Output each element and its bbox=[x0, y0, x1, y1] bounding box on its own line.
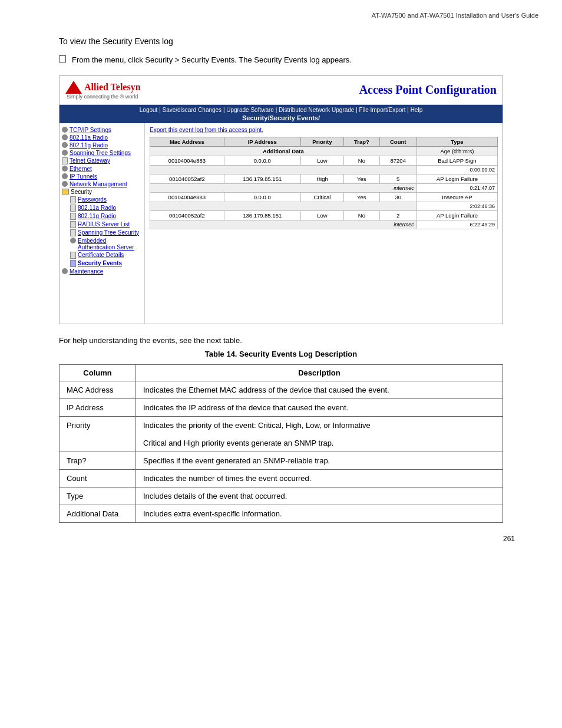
sidebar-link-spanning-tree[interactable]: Spanning Tree Settings bbox=[70, 150, 131, 156]
cell-count: 2 bbox=[379, 210, 416, 220]
cell-type: Insecure AP bbox=[416, 192, 497, 202]
at-logo: Allied Telesyn Simply connecting the ® w… bbox=[65, 81, 141, 100]
cell-age: 0:21:47:07 bbox=[416, 183, 497, 192]
page-icon bbox=[70, 205, 76, 212]
gear-icon bbox=[62, 150, 68, 156]
cell-mac: 00104004e883 bbox=[150, 156, 224, 165]
cell-mac: 00104004e883 bbox=[150, 192, 224, 202]
at-content: Export this event log from this access p… bbox=[145, 123, 503, 324]
at-header: Allied Telesyn Simply connecting the ® w… bbox=[59, 76, 503, 105]
gear-icon bbox=[62, 181, 68, 187]
doc-title: AT-WA7500 and AT-WA7501 Installation and… bbox=[372, 12, 538, 19]
page-icon bbox=[70, 221, 76, 228]
cell-trap: Yes bbox=[344, 192, 380, 202]
priority-desc-line2: Critical and High priority events genera… bbox=[143, 439, 333, 447]
table-caption: Table 14. Security Events Log Descriptio… bbox=[59, 350, 503, 358]
cell-additional bbox=[150, 202, 417, 210]
sidebar-item-ip-tunnels[interactable]: IP Tunnels bbox=[62, 173, 142, 180]
table-row-age: intermec 0:21:47:07 bbox=[150, 183, 498, 192]
desc-cell-priority-label: Priority bbox=[59, 416, 136, 452]
sidebar-link-passwords[interactable]: Passwords bbox=[78, 196, 107, 203]
gear-icon bbox=[70, 238, 76, 243]
at-main: TCP/IP Settings 802.11a Radio 802.11g Ra… bbox=[59, 123, 503, 324]
cell-type: AP Login Failure bbox=[416, 174, 497, 183]
cell-type: AP Login Failure bbox=[416, 210, 497, 220]
page-icon bbox=[70, 196, 76, 203]
desc-cell-mac-label: MAC Address bbox=[59, 381, 136, 398]
logo-text: Allied Telesyn bbox=[84, 82, 141, 93]
sidebar-item-security-events[interactable]: Security Events bbox=[70, 260, 142, 267]
bottom-help-text: For help understanding the events, see t… bbox=[59, 336, 503, 345]
cell-age: 6:22:49:29 bbox=[416, 220, 497, 229]
doc-header: AT-WA7500 and AT-WA7501 Installation and… bbox=[24, 12, 538, 19]
cell-mac: 001040052af2 bbox=[150, 210, 224, 220]
sidebar-link-telnet-gateway[interactable]: Telnet Gateway bbox=[70, 157, 110, 164]
sidebar-item-maintenance[interactable]: Maintenance bbox=[62, 268, 142, 275]
sidebar-link-80211a[interactable]: 802.11a Radio bbox=[70, 134, 108, 141]
logo-sub: Simply connecting the ® world bbox=[67, 94, 141, 100]
desc-cell-ip-label: IP Address bbox=[59, 398, 136, 416]
sidebar-item-ethernet[interactable]: Ethernet bbox=[62, 166, 142, 172]
cell-type: Bad LAPP Sign bbox=[416, 156, 497, 165]
col-count: Count bbox=[379, 137, 416, 146]
checkbox-icon bbox=[59, 55, 66, 62]
sidebar-link-sec-80211a[interactable]: 802.11a Radio bbox=[78, 205, 116, 211]
sidebar-item-telnet-gateway[interactable]: Telnet Gateway bbox=[62, 157, 142, 164]
sidebar-item-spanning-tree-sec[interactable]: Spanning Tree Security bbox=[70, 229, 142, 236]
sidebar-item-radius[interactable]: RADIUS Server List bbox=[70, 221, 142, 228]
at-sidebar: TCP/IP Settings 802.11a Radio 802.11g Ra… bbox=[59, 123, 145, 324]
sidebar-link-maintenance[interactable]: Maintenance bbox=[70, 268, 103, 275]
table-row: 00104004e883 0.0.0.0 Low No 87204 Bad LA… bbox=[150, 156, 498, 165]
sidebar-item-passwords[interactable]: Passwords bbox=[70, 196, 142, 203]
desc-cell-count-desc: Indicates the number of times the event … bbox=[136, 469, 503, 487]
sidebar-label-security: Security bbox=[71, 189, 92, 195]
folder-icon bbox=[62, 189, 69, 195]
export-link[interactable]: Export this event log from this access p… bbox=[150, 127, 498, 133]
cell-count: 30 bbox=[379, 192, 416, 202]
page-number: 261 bbox=[24, 535, 515, 543]
sidebar-item-embedded-auth[interactable]: Embedded Authentication Server bbox=[70, 238, 142, 251]
sidebar-link-ip-tunnels[interactable]: IP Tunnels bbox=[70, 173, 97, 180]
sidebar-link-embedded-auth[interactable]: Embedded Authentication Server bbox=[78, 238, 142, 251]
sidebar-item-tcpip[interactable]: TCP/IP Settings bbox=[62, 127, 142, 133]
sidebar-link-cert-details[interactable]: Certificate Details bbox=[78, 252, 124, 258]
page-icon bbox=[62, 157, 68, 164]
col-ip: IP Address bbox=[224, 137, 300, 146]
table-row-age: intermec 6:22:49:29 bbox=[150, 220, 498, 229]
sidebar-link-sec-80211g[interactable]: 802.11g Radio bbox=[78, 213, 116, 219]
desc-row-trap: Trap? Specifies if the event generated a… bbox=[59, 452, 503, 469]
navbar-links[interactable]: Logout | Save/discard Changes | Upgrade … bbox=[64, 107, 498, 113]
sidebar-item-spanning-tree[interactable]: Spanning Tree Settings bbox=[62, 150, 142, 156]
table-row-age: 2:02:46:36 bbox=[150, 202, 498, 210]
desc-col-column: Column bbox=[59, 364, 136, 381]
sidebar-item-80211a[interactable]: 802.11a Radio bbox=[62, 134, 142, 141]
page-title: Access Point Configuration bbox=[153, 83, 497, 97]
sidebar-link-network-mgmt[interactable]: Network Management bbox=[70, 181, 127, 187]
sidebar-item-sec-80211a[interactable]: 802.11a Radio bbox=[70, 205, 142, 212]
col-type: Type bbox=[416, 137, 497, 146]
sidebar-item-sec-80211g[interactable]: 802.11g Radio bbox=[70, 213, 142, 220]
sidebar-item-network-management[interactable]: Network Management bbox=[62, 181, 142, 187]
at-navbar[interactable]: Logout | Save/discard Changes | Upgrade … bbox=[59, 105, 503, 123]
sidebar-link-tcpip[interactable]: TCP/IP Settings bbox=[70, 127, 111, 133]
sidebar-item-80211g[interactable]: 802.11g Radio bbox=[62, 142, 142, 149]
logo-triangle-icon bbox=[65, 81, 82, 94]
sidebar-item-security[interactable]: Security bbox=[62, 189, 142, 195]
cell-priority: Critical bbox=[300, 192, 343, 202]
gear-icon bbox=[62, 142, 68, 148]
sidebar-item-cert-details[interactable]: Certificate Details bbox=[70, 252, 142, 259]
sidebar-link-spanning-tree-sec[interactable]: Spanning Tree Security bbox=[78, 229, 139, 236]
event-log-table: Mac Address IP Address Priority Trap? Co… bbox=[150, 137, 498, 229]
desc-cell-type-desc: Includes details of the event that occur… bbox=[136, 487, 503, 505]
sidebar-link-ethernet[interactable]: Ethernet bbox=[70, 166, 92, 172]
screenshot-container: Allied Telesyn Simply connecting the ® w… bbox=[59, 75, 503, 324]
cell-ip: 136.179.85.151 bbox=[224, 210, 300, 220]
sidebar-link-radius[interactable]: RADIUS Server List bbox=[78, 221, 130, 228]
sidebar-link-80211g[interactable]: 802.11g Radio bbox=[70, 142, 108, 149]
at-logo-main: Allied Telesyn bbox=[65, 81, 141, 94]
col-trap: Trap? bbox=[344, 137, 380, 146]
cell-additional: intermec bbox=[150, 183, 417, 192]
desc-row-mac: MAC Address Indicates the Ethernet MAC a… bbox=[59, 381, 503, 398]
cell-ip: 0.0.0.0 bbox=[224, 156, 300, 165]
sidebar-link-security-events[interactable]: Security Events bbox=[78, 260, 122, 266]
